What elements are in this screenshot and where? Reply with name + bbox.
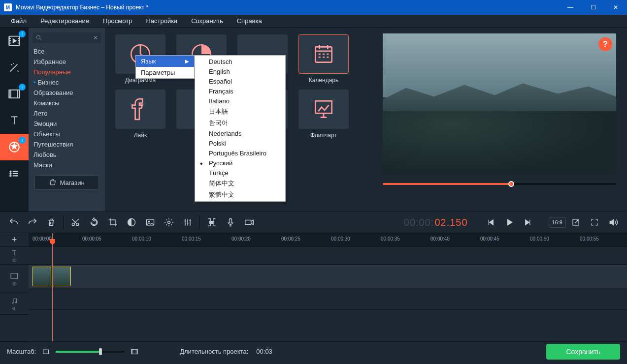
equalizer-button[interactable]: [179, 213, 197, 231]
play-button[interactable]: [500, 213, 518, 231]
help-button[interactable]: ?: [598, 37, 612, 51]
cut-button[interactable]: [66, 213, 84, 231]
video-preview[interactable]: [383, 33, 616, 175]
seek-bar[interactable]: [383, 183, 616, 185]
category-item[interactable]: Объекты: [29, 129, 105, 139]
category-item[interactable]: Популярные: [29, 67, 105, 77]
language-option[interactable]: Français: [195, 86, 285, 96]
menu-view[interactable]: Просмотр: [96, 16, 139, 26]
category-item[interactable]: Образование: [29, 88, 105, 98]
gallery-tile[interactable]: Флипчарт: [297, 90, 350, 139]
language-option[interactable]: Русский: [195, 158, 285, 168]
language-option[interactable]: Türkçe: [195, 168, 285, 178]
ruler-tick: 00:00:10: [132, 236, 151, 242]
ruler-tick: 00:00:45: [480, 236, 499, 242]
rotate-button[interactable]: [85, 213, 103, 231]
undo-button[interactable]: [5, 213, 23, 231]
image-button[interactable]: [141, 213, 159, 231]
category-item[interactable]: Лето: [29, 108, 105, 119]
language-option[interactable]: Polski: [195, 138, 285, 148]
ruler-tick: 00:00:35: [381, 236, 400, 242]
settings-item-language[interactable]: Язык▶: [136, 56, 194, 67]
badge-icon: !: [19, 84, 26, 91]
language-option[interactable]: 繁體中文: [195, 189, 285, 200]
tool-strip: ! ! !: [0, 28, 29, 212]
color-button[interactable]: [123, 213, 140, 231]
language-option[interactable]: Nederlands: [195, 128, 285, 138]
language-option[interactable]: Italiano: [195, 96, 285, 106]
zoom-slider[interactable]: [56, 351, 125, 353]
fullscreen-button[interactable]: [586, 213, 603, 231]
language-option[interactable]: 简体中文: [195, 178, 285, 189]
record-screen-button[interactable]: REC: [203, 213, 221, 231]
minimize-button[interactable]: —: [559, 0, 582, 15]
language-option[interactable]: 한국어: [195, 117, 285, 128]
svg-rect-22: [245, 220, 251, 224]
shop-button[interactable]: Магазин: [34, 175, 99, 190]
gallery-tile[interactable]: Календарь: [297, 34, 350, 84]
category-item[interactable]: Избранное: [29, 57, 105, 67]
language-option[interactable]: Español: [195, 76, 285, 86]
category-item[interactable]: Эмоции: [29, 119, 105, 129]
record-audio-button[interactable]: [222, 213, 239, 231]
menu-edit[interactable]: Редактирование: [33, 16, 96, 26]
language-option[interactable]: English: [195, 66, 285, 76]
zoom-fit-icon[interactable]: [42, 348, 50, 356]
svg-rect-30: [132, 349, 137, 354]
category-item[interactable]: Любовь: [29, 150, 105, 160]
add-track-button[interactable]: +: [0, 233, 29, 247]
category-item[interactable]: Маски: [29, 160, 105, 170]
gallery-tile[interactable]: Лайк: [114, 90, 167, 139]
video-clip[interactable]: [52, 267, 71, 286]
tool-filters[interactable]: [0, 54, 29, 81]
menu-file[interactable]: Файл: [4, 16, 33, 26]
svg-rect-25: [11, 273, 18, 278]
properties-button[interactable]: [160, 213, 178, 231]
category-item[interactable]: Все: [29, 46, 105, 57]
timeline-body[interactable]: 00:00:0000:00:0500:00:1000:00:1500:00:20…: [29, 233, 627, 341]
prev-frame-button[interactable]: [482, 213, 499, 231]
search-input[interactable]: ✕: [33, 32, 101, 43]
detach-button[interactable]: [567, 213, 585, 231]
svg-point-27: [12, 302, 13, 303]
settings-item-params[interactable]: Параметры: [136, 67, 194, 78]
video-clip[interactable]: [33, 267, 51, 286]
record-webcam-button[interactable]: [240, 213, 258, 231]
menu-help[interactable]: Справка: [230, 16, 269, 26]
language-option[interactable]: Deutsch: [195, 57, 285, 66]
settings-dropdown: Язык▶ Параметры: [135, 55, 195, 79]
tool-titles[interactable]: [0, 107, 29, 134]
edit-toolbar: REC 00:00:02.150 16:9: [0, 212, 627, 233]
category-sidebar: ✕ ВсеИзбранноеПопулярныеБизнесОбразовани…: [29, 28, 105, 212]
playhead[interactable]: [52, 233, 53, 341]
category-item[interactable]: Путешествия: [29, 139, 105, 150]
clear-search-icon[interactable]: ✕: [93, 34, 98, 41]
maximize-button[interactable]: ☐: [582, 0, 604, 15]
category-item[interactable]: Бизнес: [29, 77, 105, 88]
category-item[interactable]: Комиксы: [29, 98, 105, 108]
audio-track-header[interactable]: [0, 293, 29, 315]
redo-button[interactable]: [24, 213, 41, 231]
title-track-header[interactable]: [0, 247, 29, 265]
tool-transitions[interactable]: !: [0, 81, 29, 107]
crop-button[interactable]: [104, 213, 122, 231]
language-option[interactable]: 日本語: [195, 106, 285, 117]
tool-import[interactable]: !: [0, 28, 29, 54]
close-button[interactable]: ✕: [604, 0, 627, 15]
save-button[interactable]: Сохранить: [546, 344, 620, 360]
next-frame-button[interactable]: [519, 213, 537, 231]
audio-track[interactable]: [29, 288, 627, 310]
video-track[interactable]: [29, 265, 627, 288]
video-track-header[interactable]: [0, 265, 29, 293]
zoom-full-icon[interactable]: [131, 348, 138, 356]
aspect-ratio-button[interactable]: 16:9: [549, 217, 566, 228]
menu-settings[interactable]: Настройки: [139, 16, 184, 26]
tool-more[interactable]: [0, 160, 29, 187]
delete-button[interactable]: [42, 213, 60, 231]
time-ruler[interactable]: 00:00:0000:00:0500:00:1000:00:1500:00:20…: [29, 233, 627, 247]
language-option[interactable]: Português Brasileiro: [195, 148, 285, 158]
title-track[interactable]: [29, 247, 627, 265]
tool-stickers[interactable]: !: [0, 134, 29, 160]
menu-save[interactable]: Сохранить: [184, 16, 230, 26]
volume-button[interactable]: [604, 213, 622, 231]
